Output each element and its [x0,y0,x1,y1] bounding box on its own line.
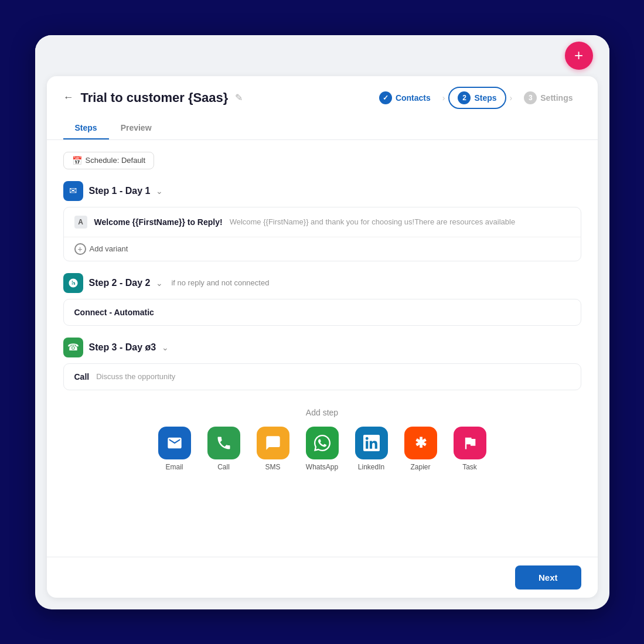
step-2-section: Step 2 - Day 2 ⌄ if no reply and not con… [63,273,581,326]
step-3-title: Step 3 - Day ø3 [89,342,156,353]
step-3-row[interactable]: Call Discuss the opportunity [64,364,581,390]
tab-preview[interactable]: Preview [109,117,163,139]
settings-number: 3 [524,91,537,104]
step-1-card: A Welcome {{FirstName}} to Reply! Welcom… [63,207,581,261]
whatsapp-channel-label: WhatsApp [306,463,338,471]
main-card: ← Trial to customer {Saas} ✎ ✓ Contacts … [47,76,598,598]
content-area: 📅 Schedule: Default ✉ Step 1 - Day 1 ⌄ A… [47,140,598,557]
step-2-icon [63,273,83,293]
stepper: ✓ Contacts › 2 Steps › 3 Settings [371,87,581,109]
sms-channel-label: SMS [265,463,280,471]
step-1-icon: ✉ [63,181,83,201]
step-2-card: Connect - Automatic [63,299,581,326]
step-2-title: Step 2 - Day 2 [89,278,151,288]
call-channel-label: Call [217,463,230,471]
stepper-steps[interactable]: 2 Steps [448,87,506,109]
header: ← Trial to customer {Saas} ✎ ✓ Contacts … [47,76,598,140]
schedule-icon: 📅 [72,156,82,165]
tab-steps[interactable]: Steps [63,117,109,139]
step-3-section: ☎ Step 3 - Day ø3 ⌄ Call Discuss the opp… [63,338,581,390]
channel-whatsapp[interactable]: WhatsApp [306,427,339,471]
zapier-channel-label: Zapier [410,463,430,471]
whatsapp-channel-icon [306,427,339,459]
channel-call[interactable]: Call [207,427,240,471]
channel-zapier[interactable]: ✱ Zapier [404,427,437,471]
step-3-card: Call Discuss the opportunity [63,363,581,390]
linkedin-channel-label: LinkedIn [358,463,384,471]
channel-task[interactable]: Task [454,427,486,471]
stepper-settings[interactable]: 3 Settings [516,88,581,108]
step-3-header: ☎ Step 3 - Day ø3 ⌄ [63,338,581,357]
step-1-preview: Welcome {{FirstName}} and thank you for … [230,217,516,226]
add-variant-row[interactable]: + Add variant [64,237,581,261]
edit-icon[interactable]: ✎ [235,92,243,103]
variant-a-label: A [74,216,87,229]
step-3-preview: Discuss the opportunity [96,372,175,381]
step-1-chevron[interactable]: ⌄ [156,186,163,196]
step-1-variant-a-row[interactable]: A Welcome {{FirstName}} to Reply! Welcom… [64,207,581,237]
channel-linkedin[interactable]: LinkedIn [355,427,388,471]
channel-sms[interactable]: SMS [257,427,289,471]
step-3-chevron[interactable]: ⌄ [162,343,169,352]
steps-number: 2 [458,91,471,104]
footer: Next [47,557,598,598]
top-bar: + [35,35,609,76]
tabs-row: Steps Preview [63,117,581,139]
call-channel-icon [207,427,240,459]
step-2-action: Connect - Automatic [74,308,154,317]
next-button[interactable]: Next [515,565,581,590]
step-1-section: ✉ Step 1 - Day 1 ⌄ A Welcome {{FirstName… [63,181,581,261]
sms-channel-icon [257,427,289,459]
add-variant-label: Add variant [90,244,128,253]
back-button[interactable]: ← [63,91,74,104]
task-channel-icon [454,427,486,459]
step-2-row[interactable]: Connect - Automatic [64,299,581,325]
email-channel-icon [158,427,191,459]
step-2-condition: if no reply and not connected [171,278,269,287]
step-3-action: Call [74,372,90,381]
step-1-header: ✉ Step 1 - Day 1 ⌄ [63,181,581,201]
add-variant-icon: + [74,243,86,255]
title-row: ← Trial to customer {Saas} ✎ [63,90,243,105]
linkedin-channel-icon [355,427,388,459]
page-title: Trial to customer {Saas} [81,90,229,105]
stepper-arrow-1: › [442,93,445,103]
step-2-chevron[interactable]: ⌄ [156,278,163,288]
email-channel-label: Email [165,463,183,471]
schedule-badge[interactable]: 📅 Schedule: Default [63,152,155,169]
header-top: ← Trial to customer {Saas} ✎ ✓ Contacts … [63,87,581,109]
add-button[interactable]: + [565,42,593,70]
channel-icons-row: Email Call SMS [158,427,486,471]
step-2-header: Step 2 - Day 2 ⌄ if no reply and not con… [63,273,581,293]
add-step-section: Add step Email Call [63,402,581,481]
zapier-channel-icon: ✱ [404,427,437,459]
step-1-subject: Welcome {{FirstName}} to Reply! [94,217,223,227]
contacts-check: ✓ [379,91,392,104]
step-1-title: Step 1 - Day 1 [89,186,151,196]
stepper-arrow-2: › [510,93,513,103]
add-step-label: Add step [306,408,338,417]
schedule-label: Schedule: Default [86,156,146,165]
task-channel-label: Task [462,463,477,471]
step-3-icon: ☎ [63,338,83,357]
stepper-contacts[interactable]: ✓ Contacts [371,88,439,108]
channel-email[interactable]: Email [158,427,191,471]
